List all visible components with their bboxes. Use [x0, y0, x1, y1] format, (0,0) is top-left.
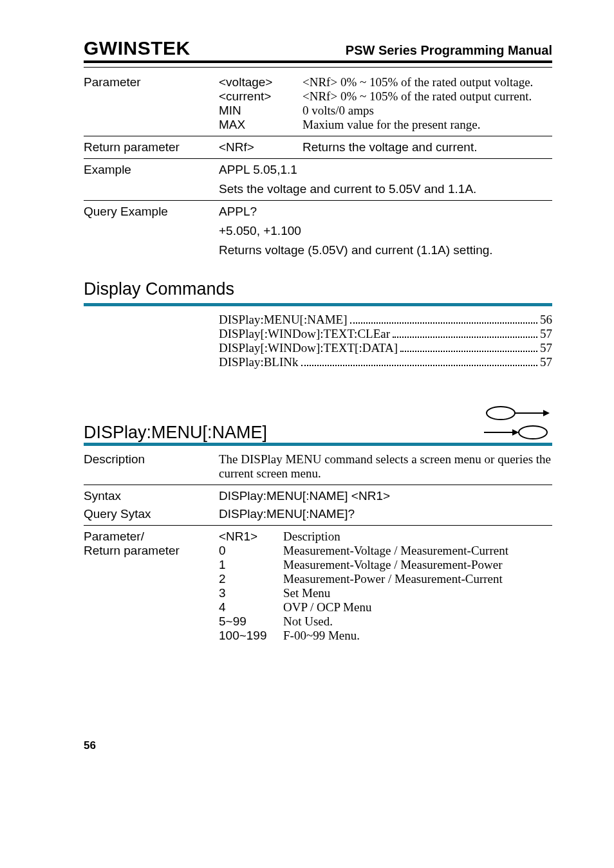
query-example-label: Query Example [84, 205, 219, 219]
query-example-desc: Returns voltage (5.05V) and current (1.1… [84, 243, 552, 257]
ptable-val: Not Used. [283, 614, 552, 629]
parameter-mid: <current> [219, 89, 302, 104]
parameter-row: MIN 0 volts/0 amps [84, 104, 552, 118]
ptable-row: 4 OVP / OCP Menu [84, 600, 552, 614]
svg-point-5 [519, 426, 547, 439]
page-number: 56 [84, 739, 552, 752]
ptable-val: F-00~99 Menu. [283, 629, 552, 643]
return-parameter-label: Return parameter [84, 140, 219, 154]
ptable-mid: 2 [219, 572, 283, 586]
toc-page: 57 [540, 341, 552, 355]
parameter-row: MAX Maxium value for the present range. [84, 118, 552, 132]
ptable-header-mid: <NR1> [219, 530, 283, 544]
toc-entry: DISPlay[:WINDow]:TEXT[:DATA] 57 [84, 341, 552, 355]
toc-title: DISPlay[:WINDow]:TEXT:CLEar [219, 327, 390, 341]
example-row: Example APPL 5.05,1.1 [84, 163, 552, 177]
query-example-return: +5.050, +1.100 [84, 224, 552, 238]
query-syntax-label: Query Sytax [84, 507, 219, 521]
parameter-val: <NRf> 0% ~ 105% of the rated output curr… [302, 89, 552, 104]
query-example-code: APPL? [219, 205, 552, 219]
ptable-mid: 1 [219, 558, 283, 572]
section-heading-display-commands: Display Commands [84, 279, 552, 299]
toc-entry: DISPlay[:WINDow]:TEXT:CLEar 57 [84, 327, 552, 341]
toc-page: 57 [540, 355, 552, 369]
example-label: Example [84, 163, 219, 177]
parameter-val: <NRf> 0% ~ 105% of the rated output volt… [302, 75, 552, 89]
svg-marker-4 [512, 429, 519, 436]
ptable-label1: Parameter/ [84, 530, 219, 544]
parameter-mid: MAX [219, 118, 302, 132]
toc-leader [301, 365, 538, 366]
ptable-row: 100~199 F-00~99 Menu. [84, 629, 552, 643]
set-query-icon [481, 405, 552, 441]
toc-title: DISPlay[:WINDow]:TEXT[:DATA] [219, 341, 398, 355]
ptable-header-row: Parameter/ <NR1> Description [84, 530, 552, 544]
svg-marker-2 [543, 410, 550, 416]
toc-entry: DISPlay:BLINk 57 [84, 355, 552, 369]
description-row: Description The DISPlay MENU command sel… [84, 452, 552, 481]
parameter-row: <current> <NRf> 0% ~ 105% of the rated o… [84, 89, 552, 104]
description-label: Description [84, 452, 219, 481]
query-syntax-value: DISPlay:MENU[:NAME]? [219, 507, 552, 521]
parameter-row: Parameter <voltage> <NRf> 0% ~ 105% of t… [84, 75, 552, 89]
command-heading: DISPlay:MENU[:NAME] [84, 423, 267, 443]
ptable-row: 5~99 Not Used. [84, 614, 552, 629]
toc-page: 57 [540, 327, 552, 341]
ptable-val: Measurement-Power / Measurement-Current [283, 572, 552, 586]
ptable-header-val: Description [283, 530, 552, 544]
brand-logo: GWINSTEK [84, 37, 191, 59]
ptable-mid: 0 [219, 544, 283, 558]
return-parameter-mid: <NRf> [219, 140, 302, 154]
description-value: The DISPlay MENU command selects a scree… [219, 452, 552, 481]
syntax-label: Syntax [84, 489, 219, 503]
ptable-mid: 100~199 [219, 629, 283, 643]
parameter-mid: <voltage> [219, 75, 302, 89]
ptable-val: Set Menu [283, 586, 552, 600]
example-desc: Sets the voltage and current to 5.05V an… [84, 182, 552, 196]
ptable-val: Measurement-Voltage / Measurement-Power [283, 558, 552, 572]
svg-point-0 [487, 407, 515, 420]
ptable-row: 3 Set Menu [84, 586, 552, 600]
doc-title: PSW Series Programming Manual [346, 43, 552, 58]
ptable-row: Return parameter 0 Measurement-Voltage /… [84, 544, 552, 558]
syntax-value: DISPlay:MENU[:NAME] <NR1> [219, 489, 552, 503]
parameter-val: 0 volts/0 amps [302, 104, 552, 118]
return-parameter-val: Returns the voltage and current. [302, 140, 552, 154]
query-syntax-row: Query Sytax DISPlay:MENU[:NAME]? [84, 507, 552, 521]
ptable-row: 1 Measurement-Voltage / Measurement-Powe… [84, 558, 552, 572]
toc-entry: DISPlay:MENU[:NAME] 56 [84, 313, 552, 327]
ptable-mid: 3 [219, 586, 283, 600]
toc-leader [350, 322, 538, 324]
parameter-val: Maxium value for the present range. [302, 118, 552, 132]
ptable-mid: 5~99 [219, 614, 283, 629]
toc-leader [393, 337, 537, 338]
example-code: APPL 5.05,1.1 [219, 163, 552, 177]
toc-leader [400, 351, 537, 352]
ptable-mid: 4 [219, 600, 283, 614]
toc-page: 56 [540, 313, 552, 327]
syntax-row: Syntax DISPlay:MENU[:NAME] <NR1> [84, 489, 552, 503]
toc-title: DISPlay:MENU[:NAME] [219, 313, 348, 327]
query-example-row: Query Example APPL? [84, 205, 552, 219]
ptable-val: Measurement-Voltage / Measurement-Curren… [283, 544, 552, 558]
ptable-val: OVP / OCP Menu [283, 600, 552, 614]
ptable-label2: Return parameter [84, 544, 219, 558]
toc-title: DISPlay:BLINk [219, 355, 299, 369]
parameter-label: Parameter [84, 75, 219, 89]
ptable-row: 2 Measurement-Power / Measurement-Curren… [84, 572, 552, 586]
parameter-mid: MIN [219, 104, 302, 118]
return-parameter-row: Return parameter <NRf> Returns the volta… [84, 140, 552, 154]
